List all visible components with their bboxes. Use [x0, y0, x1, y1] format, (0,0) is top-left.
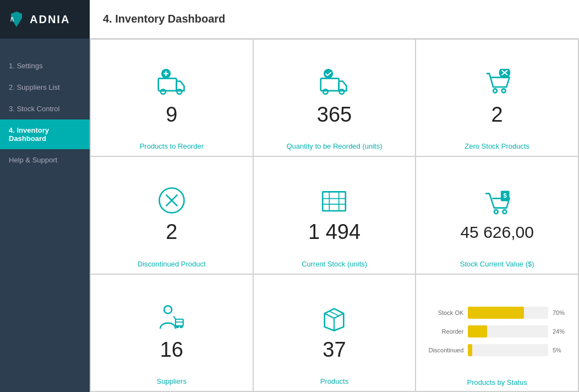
- sidebar-item-suppliers[interactable]: 2. Suppliers List: [0, 77, 90, 98]
- card-value-suppliers: 16: [160, 338, 183, 362]
- cart-x-icon: [483, 69, 511, 97]
- svg-text:/\: /\: [10, 16, 14, 23]
- chart-label-ok: Stock OK: [425, 309, 463, 316]
- svg-line-35: [325, 313, 334, 318]
- circle-x-icon: [157, 186, 186, 215]
- svg-point-12: [493, 89, 497, 93]
- svg-point-33: [180, 325, 183, 328]
- box-icon: [320, 304, 348, 333]
- svg-rect-8: [321, 78, 339, 91]
- chart-label-discontinued: Discontinued: [425, 347, 463, 353]
- card-stock-value: $ 45 626,00 Stock Current Value ($): [416, 157, 578, 273]
- page-title: 4. Inventory Dashboard: [103, 13, 225, 25]
- cart-dollar-icon: $: [483, 189, 511, 217]
- chart-row-ok: Stock OK 70%: [425, 307, 569, 319]
- card-label-products-reorder: Products to Reorder: [140, 142, 204, 150]
- bar-pct-discontinued: 5%: [553, 347, 569, 353]
- sidebar-item-help[interactable]: Help & Support: [0, 149, 90, 171]
- sidebar-item-stock[interactable]: 3. Stock Control: [0, 98, 90, 119]
- sidebar: /\ ADNIA 1. Settings 2. Suppliers List 3…: [0, 0, 90, 392]
- bar-reorder: [468, 325, 487, 337]
- bar-ok: [468, 307, 524, 319]
- svg-point-3: [161, 89, 166, 94]
- svg-point-9: [324, 89, 329, 94]
- svg-point-32: [176, 325, 179, 328]
- card-value-discontinued: 2: [166, 220, 177, 244]
- bar-container-discontinued: [468, 344, 548, 356]
- card-current-stock: 1 494 Current Stock (units): [254, 157, 416, 273]
- bar-container-reorder: [468, 325, 548, 337]
- svg-rect-20: [323, 192, 346, 211]
- card-value-products-reorder: 9: [166, 103, 177, 127]
- logo-area: /\ ADNIA: [0, 0, 90, 39]
- card-label-current-stock: Current Stock (units): [302, 260, 367, 268]
- sidebar-item-settings[interactable]: 1. Settings: [0, 55, 90, 77]
- svg-point-29: [164, 306, 172, 313]
- card-products-by-status: Stock OK 70% Reorder 24% Discontinued: [416, 275, 578, 391]
- card-value-products: 37: [323, 338, 346, 362]
- card-value-stock-value: 45 626,00: [460, 223, 533, 242]
- card-label-products-by-status: Products by Status: [416, 378, 578, 386]
- svg-line-34: [173, 316, 175, 319]
- person-cart-icon: [157, 304, 186, 333]
- card-label-stock-value: Stock Current Value ($): [460, 260, 534, 268]
- bar-container-ok: [468, 307, 548, 319]
- card-label-discontinued: Discontinued Product: [138, 260, 206, 268]
- card-label-zero-stock: Zero Stock Products: [465, 142, 529, 150]
- card-suppliers: 16 Suppliers: [91, 275, 253, 391]
- svg-point-25: [494, 210, 498, 214]
- bar-pct-reorder: 24%: [553, 328, 569, 335]
- dashboard-grid: 9 Products to Reorder 365 Quantity to be…: [90, 39, 579, 392]
- truck-check-icon: [320, 69, 348, 97]
- card-label-quantity-reorder: Quantity to be Reorded (units): [286, 142, 382, 150]
- svg-point-11: [324, 69, 333, 78]
- chart-rows: Stock OK 70% Reorder 24% Discontinued: [425, 307, 569, 363]
- svg-point-26: [503, 210, 507, 214]
- card-value-zero-stock: 2: [491, 103, 503, 127]
- warehouse-icon: [320, 186, 348, 215]
- svg-point-13: [502, 89, 506, 93]
- logo-icon: /\: [8, 10, 25, 28]
- card-value-quantity-reorder: 365: [317, 103, 352, 127]
- card-label-suppliers: Suppliers: [157, 377, 187, 385]
- svg-point-4: [177, 89, 182, 94]
- card-zero-stock: 2 Zero Stock Products: [416, 40, 578, 156]
- chart-row-discontinued: Discontinued 5%: [425, 344, 569, 356]
- sidebar-item-dashboard[interactable]: 4. Inventory Dashboard: [0, 119, 90, 149]
- bar-pct-ok: 70%: [553, 309, 569, 316]
- sidebar-nav: 1. Settings 2. Suppliers List 3. Stock C…: [0, 39, 90, 392]
- svg-point-10: [340, 89, 345, 94]
- bar-discontinued: [468, 344, 472, 356]
- card-discontinued: 2 Discontinued Product: [91, 157, 253, 273]
- chart-label-reorder: Reorder: [425, 328, 463, 335]
- svg-text:$: $: [504, 192, 507, 199]
- truck-add-icon: [157, 69, 186, 97]
- svg-rect-2: [159, 78, 177, 91]
- card-products-reorder: 9 Products to Reorder: [91, 40, 253, 156]
- logo-text: ADNIA: [30, 13, 70, 26]
- card-quantity-reorder: 365 Quantity to be Reorded (units): [254, 40, 416, 156]
- card-label-products: Products: [320, 377, 348, 385]
- page-header: 4. Inventory Dashboard: [90, 0, 579, 39]
- svg-line-38: [330, 311, 339, 316]
- chart-row-reorder: Reorder 24%: [425, 325, 569, 337]
- card-products: 37 Products: [254, 275, 416, 391]
- main-content: 4. Inventory Dashboard 9 Products to Reo…: [90, 0, 579, 392]
- card-value-current-stock: 1 494: [308, 220, 360, 244]
